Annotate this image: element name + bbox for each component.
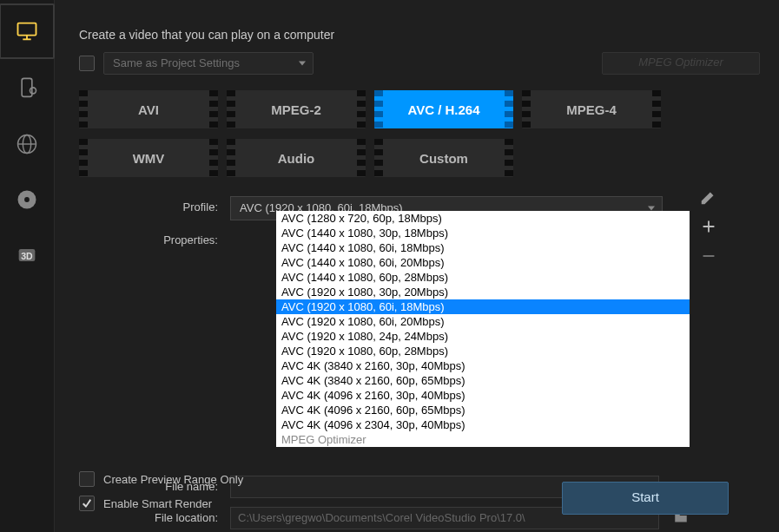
sidebar: 3D	[0, 0, 55, 532]
profile-option[interactable]: AVC 4K (4096 x 2160, 60p, 65Mbps)	[276, 403, 690, 417]
profile-option[interactable]: AVC (1440 x 1080, 60i, 18Mbps)	[276, 240, 690, 255]
profile-option[interactable]: AVC (1920 x 1080, 60p, 28Mbps)	[276, 344, 690, 358]
profile-option[interactable]: AVC 4K (4096 x 2304, 30p, 40Mbps)	[276, 417, 690, 432]
profile-option[interactable]: AVC (1440 x 1080, 60i, 20Mbps)	[276, 255, 690, 270]
profile-option[interactable]: AVC (1920 x 1080, 60i, 20Mbps)	[276, 314, 690, 329]
main-panel: Create a video that you can play on a co…	[55, 0, 779, 532]
format-audio[interactable]: Audio	[227, 139, 366, 177]
profile-option[interactable]: AVC 4K (4096 x 2160, 30p, 40Mbps)	[276, 388, 690, 403]
chevron-down-icon	[299, 62, 306, 66]
profile-tools	[699, 187, 718, 266]
profile-option[interactable]: AVC 4K (3840 x 2160, 30p, 40Mbps)	[276, 358, 690, 373]
format-wmv[interactable]: WMV	[79, 139, 218, 177]
sidebar-web[interactable]	[1, 118, 53, 170]
profile-option[interactable]: AVC (1440 x 1080, 30p, 18Mbps)	[276, 226, 690, 240]
smart-render-label: Enable Smart Render	[103, 497, 212, 510]
plus-icon[interactable]	[699, 217, 718, 236]
profile-option[interactable]: AVC (1920 x 1080, 24p, 24Mbps)	[276, 329, 690, 344]
profile-option[interactable]: AVC (1920 x 1080, 30p, 20Mbps)	[276, 285, 690, 299]
profile-option[interactable]: AVC (1920 x 1080, 60i, 18Mbps)	[276, 299, 690, 314]
profile-option[interactable]: AVC (1440 x 1080, 60p, 28Mbps)	[276, 270, 690, 285]
profile-label: Profile:	[79, 196, 230, 219]
chevron-down-icon	[648, 207, 655, 211]
svg-point-9	[24, 197, 30, 202]
same-as-project-dropdown[interactable]: Same as Project Settings	[103, 52, 314, 75]
edit-icon[interactable]	[699, 187, 718, 207]
sidebar-device[interactable]	[1, 62, 53, 115]
svg-point-4	[30, 88, 36, 94]
same-as-project-label: Same as Project Settings	[113, 56, 240, 69]
profile-option[interactable]: AVC 4K (3840 x 2160, 60p, 65Mbps)	[276, 373, 690, 388]
profile-option[interactable]: MPEG Optimizer	[276, 432, 690, 447]
create-preview-label: Create Preview Range Only	[103, 473, 243, 486]
format-mpeg-4[interactable]: MPEG-4	[522, 90, 661, 128]
create-preview-checkbox[interactable]	[79, 471, 95, 487]
sidebar-3d[interactable]: 3D	[1, 229, 53, 281]
profile-option[interactable]: AVC (1280 x 720, 60p, 18Mbps)	[276, 211, 690, 226]
smart-render-checkbox[interactable]	[79, 496, 95, 511]
format-grid: AVIMPEG-2AVC / H.264MPEG-4WMVAudioCustom	[79, 90, 760, 177]
format-avc-h-264[interactable]: AVC / H.264	[374, 90, 513, 128]
format-avi[interactable]: AVI	[79, 90, 218, 128]
profile-dropdown-list[interactable]: AVC (1280 x 720, 60p, 18Mbps)AVC (1440 x…	[276, 211, 690, 447]
svg-rect-0	[18, 23, 36, 36]
same-as-project-checkbox[interactable]	[79, 56, 95, 71]
sidebar-computer[interactable]	[0, 3, 55, 59]
properties-label: Properties:	[79, 229, 230, 252]
svg-rect-3	[22, 78, 32, 96]
start-button[interactable]: Start	[562, 482, 729, 515]
sidebar-disc[interactable]	[1, 174, 53, 226]
mpeg-optimizer-button[interactable]: MPEG Optimizer	[602, 52, 760, 75]
format-custom[interactable]: Custom	[374, 139, 513, 177]
format-mpeg-2[interactable]: MPEG-2	[227, 90, 366, 128]
minus-icon[interactable]	[699, 246, 718, 266]
svg-text:3D: 3D	[21, 251, 33, 261]
page-heading: Create a video that you can play on a co…	[79, 28, 760, 42]
